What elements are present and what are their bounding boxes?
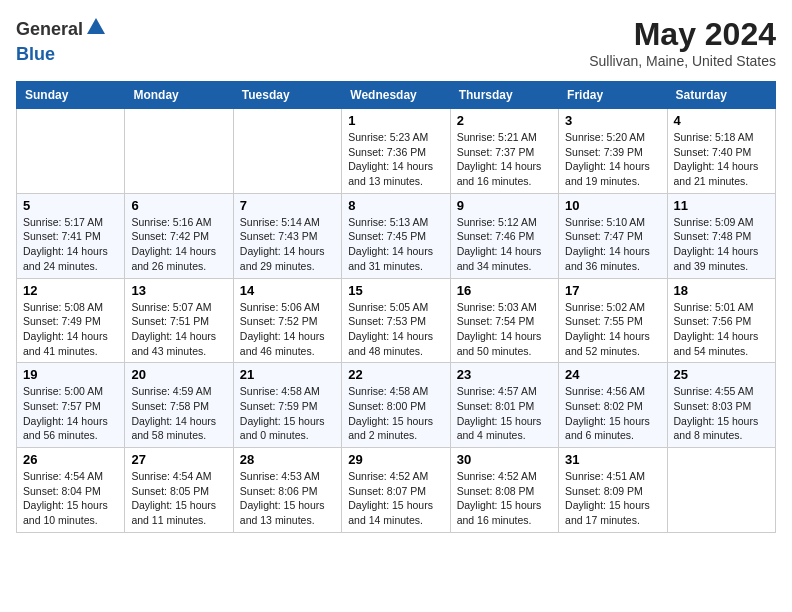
calendar-cell: [125, 109, 233, 194]
day-info: Sunrise: 5:14 AM Sunset: 7:43 PM Dayligh…: [240, 215, 335, 274]
day-number: 29: [348, 452, 443, 467]
day-info: Sunrise: 4:58 AM Sunset: 7:59 PM Dayligh…: [240, 384, 335, 443]
weekday-friday: Friday: [559, 82, 667, 109]
day-info: Sunrise: 4:55 AM Sunset: 8:03 PM Dayligh…: [674, 384, 769, 443]
day-info: Sunrise: 4:54 AM Sunset: 8:04 PM Dayligh…: [23, 469, 118, 528]
calendar-cell: [667, 448, 775, 533]
day-info: Sunrise: 5:10 AM Sunset: 7:47 PM Dayligh…: [565, 215, 660, 274]
calendar-cell: 1Sunrise: 5:23 AM Sunset: 7:36 PM Daylig…: [342, 109, 450, 194]
week-row-4: 19Sunrise: 5:00 AM Sunset: 7:57 PM Dayli…: [17, 363, 776, 448]
day-number: 21: [240, 367, 335, 382]
day-info: Sunrise: 5:02 AM Sunset: 7:55 PM Dayligh…: [565, 300, 660, 359]
day-number: 20: [131, 367, 226, 382]
day-info: Sunrise: 5:20 AM Sunset: 7:39 PM Dayligh…: [565, 130, 660, 189]
day-info: Sunrise: 4:53 AM Sunset: 8:06 PM Dayligh…: [240, 469, 335, 528]
day-info: Sunrise: 5:17 AM Sunset: 7:41 PM Dayligh…: [23, 215, 118, 274]
location-subtitle: Sullivan, Maine, United States: [589, 53, 776, 69]
day-info: Sunrise: 4:52 AM Sunset: 8:07 PM Dayligh…: [348, 469, 443, 528]
day-number: 3: [565, 113, 660, 128]
day-info: Sunrise: 4:56 AM Sunset: 8:02 PM Dayligh…: [565, 384, 660, 443]
day-number: 12: [23, 283, 118, 298]
calendar-cell: 26Sunrise: 4:54 AM Sunset: 8:04 PM Dayli…: [17, 448, 125, 533]
calendar-cell: 5Sunrise: 5:17 AM Sunset: 7:41 PM Daylig…: [17, 193, 125, 278]
day-info: Sunrise: 5:05 AM Sunset: 7:53 PM Dayligh…: [348, 300, 443, 359]
day-number: 26: [23, 452, 118, 467]
weekday-header-row: SundayMondayTuesdayWednesdayThursdayFrid…: [17, 82, 776, 109]
day-number: 18: [674, 283, 769, 298]
calendar-cell: 17Sunrise: 5:02 AM Sunset: 7:55 PM Dayli…: [559, 278, 667, 363]
day-number: 23: [457, 367, 552, 382]
day-info: Sunrise: 4:51 AM Sunset: 8:09 PM Dayligh…: [565, 469, 660, 528]
calendar-cell: 24Sunrise: 4:56 AM Sunset: 8:02 PM Dayli…: [559, 363, 667, 448]
page-header: General Blue May 2024 Sullivan, Maine, U…: [16, 16, 776, 69]
calendar-cell: 18Sunrise: 5:01 AM Sunset: 7:56 PM Dayli…: [667, 278, 775, 363]
logo-text: General Blue: [16, 16, 107, 65]
calendar-cell: 31Sunrise: 4:51 AM Sunset: 8:09 PM Dayli…: [559, 448, 667, 533]
calendar-cell: 20Sunrise: 4:59 AM Sunset: 7:58 PM Dayli…: [125, 363, 233, 448]
day-info: Sunrise: 5:08 AM Sunset: 7:49 PM Dayligh…: [23, 300, 118, 359]
weekday-wednesday: Wednesday: [342, 82, 450, 109]
day-number: 9: [457, 198, 552, 213]
day-info: Sunrise: 5:09 AM Sunset: 7:48 PM Dayligh…: [674, 215, 769, 274]
month-year-title: May 2024: [589, 16, 776, 53]
day-number: 6: [131, 198, 226, 213]
calendar-cell: 21Sunrise: 4:58 AM Sunset: 7:59 PM Dayli…: [233, 363, 341, 448]
day-number: 8: [348, 198, 443, 213]
day-info: Sunrise: 5:12 AM Sunset: 7:46 PM Dayligh…: [457, 215, 552, 274]
day-number: 16: [457, 283, 552, 298]
day-info: Sunrise: 5:00 AM Sunset: 7:57 PM Dayligh…: [23, 384, 118, 443]
weekday-monday: Monday: [125, 82, 233, 109]
calendar-cell: 23Sunrise: 4:57 AM Sunset: 8:01 PM Dayli…: [450, 363, 558, 448]
calendar-cell: 28Sunrise: 4:53 AM Sunset: 8:06 PM Dayli…: [233, 448, 341, 533]
day-info: Sunrise: 5:03 AM Sunset: 7:54 PM Dayligh…: [457, 300, 552, 359]
calendar-cell: 22Sunrise: 4:58 AM Sunset: 8:00 PM Dayli…: [342, 363, 450, 448]
day-info: Sunrise: 4:57 AM Sunset: 8:01 PM Dayligh…: [457, 384, 552, 443]
calendar-cell: 8Sunrise: 5:13 AM Sunset: 7:45 PM Daylig…: [342, 193, 450, 278]
day-info: Sunrise: 5:21 AM Sunset: 7:37 PM Dayligh…: [457, 130, 552, 189]
day-number: 17: [565, 283, 660, 298]
day-number: 30: [457, 452, 552, 467]
day-number: 24: [565, 367, 660, 382]
weekday-thursday: Thursday: [450, 82, 558, 109]
day-info: Sunrise: 4:52 AM Sunset: 8:08 PM Dayligh…: [457, 469, 552, 528]
calendar-cell: 9Sunrise: 5:12 AM Sunset: 7:46 PM Daylig…: [450, 193, 558, 278]
day-info: Sunrise: 5:06 AM Sunset: 7:52 PM Dayligh…: [240, 300, 335, 359]
calendar-cell: 25Sunrise: 4:55 AM Sunset: 8:03 PM Dayli…: [667, 363, 775, 448]
calendar-cell: 29Sunrise: 4:52 AM Sunset: 8:07 PM Dayli…: [342, 448, 450, 533]
day-number: 13: [131, 283, 226, 298]
day-number: 31: [565, 452, 660, 467]
day-number: 22: [348, 367, 443, 382]
day-info: Sunrise: 5:07 AM Sunset: 7:51 PM Dayligh…: [131, 300, 226, 359]
day-number: 14: [240, 283, 335, 298]
day-number: 27: [131, 452, 226, 467]
svg-marker-0: [87, 18, 105, 34]
day-number: 25: [674, 367, 769, 382]
day-info: Sunrise: 4:58 AM Sunset: 8:00 PM Dayligh…: [348, 384, 443, 443]
day-info: Sunrise: 4:59 AM Sunset: 7:58 PM Dayligh…: [131, 384, 226, 443]
calendar-cell: 12Sunrise: 5:08 AM Sunset: 7:49 PM Dayli…: [17, 278, 125, 363]
day-number: 2: [457, 113, 552, 128]
calendar-table: SundayMondayTuesdayWednesdayThursdayFrid…: [16, 81, 776, 533]
calendar-cell: 16Sunrise: 5:03 AM Sunset: 7:54 PM Dayli…: [450, 278, 558, 363]
logo: General Blue: [16, 16, 107, 65]
day-number: 28: [240, 452, 335, 467]
week-row-3: 12Sunrise: 5:08 AM Sunset: 7:49 PM Dayli…: [17, 278, 776, 363]
weekday-saturday: Saturday: [667, 82, 775, 109]
day-info: Sunrise: 5:23 AM Sunset: 7:36 PM Dayligh…: [348, 130, 443, 189]
calendar-body: 1Sunrise: 5:23 AM Sunset: 7:36 PM Daylig…: [17, 109, 776, 533]
title-block: May 2024 Sullivan, Maine, United States: [589, 16, 776, 69]
weekday-tuesday: Tuesday: [233, 82, 341, 109]
calendar-cell: 6Sunrise: 5:16 AM Sunset: 7:42 PM Daylig…: [125, 193, 233, 278]
day-number: 19: [23, 367, 118, 382]
day-number: 5: [23, 198, 118, 213]
day-info: Sunrise: 5:13 AM Sunset: 7:45 PM Dayligh…: [348, 215, 443, 274]
calendar-cell: 15Sunrise: 5:05 AM Sunset: 7:53 PM Dayli…: [342, 278, 450, 363]
calendar-cell: 7Sunrise: 5:14 AM Sunset: 7:43 PM Daylig…: [233, 193, 341, 278]
calendar-cell: [233, 109, 341, 194]
calendar-cell: 3Sunrise: 5:20 AM Sunset: 7:39 PM Daylig…: [559, 109, 667, 194]
day-number: 10: [565, 198, 660, 213]
calendar-cell: 10Sunrise: 5:10 AM Sunset: 7:47 PM Dayli…: [559, 193, 667, 278]
calendar-cell: 4Sunrise: 5:18 AM Sunset: 7:40 PM Daylig…: [667, 109, 775, 194]
weekday-sunday: Sunday: [17, 82, 125, 109]
day-info: Sunrise: 5:01 AM Sunset: 7:56 PM Dayligh…: [674, 300, 769, 359]
